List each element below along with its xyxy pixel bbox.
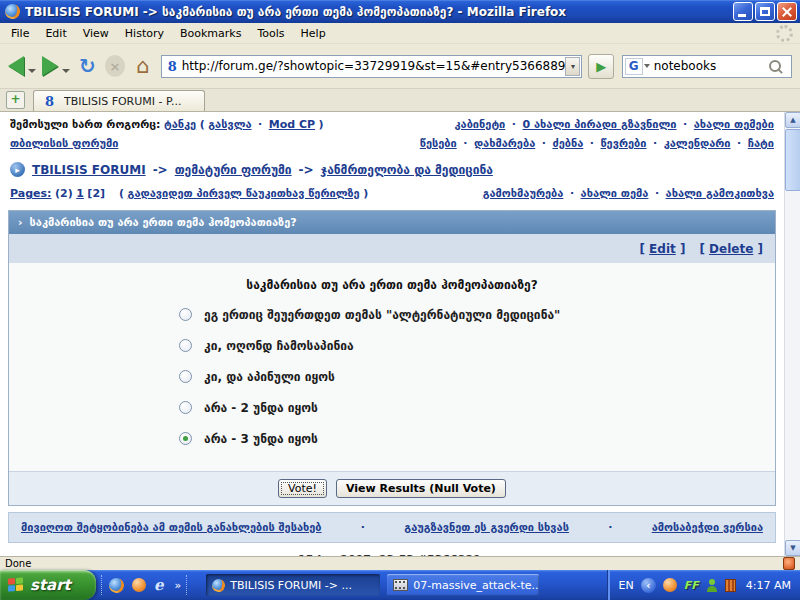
- tray-collapse-icon[interactable]: ‹: [641, 578, 656, 593]
- go-button[interactable]: ▶: [588, 54, 613, 79]
- new-poll-link[interactable]: ახალი გამოკითხვა: [666, 187, 774, 200]
- site-home-link[interactable]: თბილისის ფორუმი: [10, 137, 118, 150]
- language-indicator[interactable]: EN: [619, 579, 634, 592]
- dictionary-book-icon[interactable]: [725, 579, 736, 592]
- menu-edit[interactable]: Edit: [37, 25, 74, 42]
- tab-active[interactable]: 8 TBILISIS FORUMI - P...: [33, 90, 205, 111]
- menu-bookmarks[interactable]: Bookmarks: [172, 25, 249, 42]
- radio-button[interactable]: [179, 339, 192, 352]
- url-bar[interactable]: 8 http://forum.ge/?showtopic=33729919&st…: [161, 55, 583, 78]
- internet-explorer-icon[interactable]: e: [154, 578, 164, 593]
- new-pm-link[interactable]: 0 ახალი პირადი გზავნილი: [522, 118, 676, 131]
- home-icon[interactable]: ⌂: [136, 56, 149, 77]
- firefox-quicklaunch-icon[interactable]: [109, 578, 124, 593]
- menu-help[interactable]: Help: [293, 25, 334, 42]
- close-button[interactable]: [777, 2, 797, 21]
- poll-option[interactable]: კი, ოღონდ ჩამოსაპინია: [179, 337, 775, 354]
- breadcrumb-subforum[interactable]: ჯანმრთელობა და მედიცინა: [321, 163, 493, 177]
- search-input[interactable]: notebooks: [654, 59, 769, 73]
- url-history-dropdown[interactable]: ▾: [565, 57, 580, 76]
- help-link[interactable]: დახმარება: [474, 137, 535, 150]
- forward-dropdown-icon[interactable]: [62, 69, 70, 73]
- google-logo-icon[interactable]: G: [625, 58, 643, 75]
- start-button[interactable]: start: [0, 570, 96, 600]
- forum-header-row1: შემოსული ხართ როგორც: ტანკე ( გასვლა · M…: [0, 112, 784, 131]
- logout-link[interactable]: გასვლა: [208, 118, 251, 131]
- scrollbar-thumb[interactable]: [785, 129, 800, 191]
- search-link[interactable]: ძებნა: [552, 137, 583, 150]
- scroll-up-icon[interactable]: ▲: [785, 112, 800, 128]
- back-dropdown-icon[interactable]: [28, 69, 36, 73]
- poll-option[interactable]: კი, და აპინული იყოს: [179, 368, 775, 385]
- menu-file[interactable]: File: [3, 25, 37, 42]
- page-2-current: [2]: [87, 187, 105, 200]
- menu-tools[interactable]: Tools: [249, 25, 292, 42]
- menu-view[interactable]: View: [75, 25, 117, 42]
- status-bar: Done: [0, 556, 800, 570]
- poll-option[interactable]: ეგ ერთიც შეუერთდეთ თემას "ალტერნატიული მ…: [179, 306, 775, 323]
- radio-button[interactable]: [179, 370, 192, 383]
- breadcrumb: ▸ TBILISIS FORUMI -> თემატური ფორუმი -> …: [0, 150, 784, 177]
- separator: ·: [587, 137, 597, 150]
- modcp-link[interactable]: Mod CP: [269, 118, 315, 131]
- poll-option-label[interactable]: არა - 2 უნდა იყოს: [204, 401, 318, 415]
- messenger-person-icon[interactable]: [706, 579, 718, 592]
- cabinet-link[interactable]: კაბინეტი: [454, 118, 505, 131]
- title-bar[interactable]: TBILISIS FORUMI -> საკმარისია თუ არა ერთ…: [0, 0, 800, 23]
- vote-button[interactable]: Vote!: [278, 479, 327, 498]
- new-topic-link[interactable]: ახალი თემა: [581, 187, 649, 200]
- menu-history[interactable]: History: [117, 25, 172, 42]
- rules-link[interactable]: წესები: [420, 137, 457, 150]
- edit-link[interactable]: Edit: [649, 242, 676, 256]
- quicklaunch-overflow-icon[interactable]: »: [175, 579, 182, 592]
- forum-header-row2: თბილისის ფორუმი წესები · დახმარება · ძებ…: [0, 131, 784, 150]
- taskbar-task-media[interactable]: 07-massive_attack-te...: [387, 574, 539, 596]
- separator: ·: [358, 521, 368, 534]
- restore-button[interactable]: [755, 2, 775, 21]
- scroll-down-icon[interactable]: ▼: [785, 540, 800, 556]
- minimize-button[interactable]: [733, 2, 753, 21]
- system-tray: EN ‹ FF 4:17 AM: [607, 570, 800, 600]
- calendar-link[interactable]: კალენდარი: [664, 137, 731, 150]
- vertical-scrollbar[interactable]: ▲ ▼: [784, 112, 800, 556]
- delete-link[interactable]: Delete: [709, 242, 753, 256]
- radio-button-selected[interactable]: [179, 432, 192, 445]
- extension-status-icon[interactable]: [783, 557, 795, 570]
- poll-option-selected[interactable]: არა - 3 უნდა იყოს: [179, 430, 775, 447]
- view-results-button[interactable]: View Results (Null Vote): [336, 479, 506, 498]
- poll-option-label[interactable]: კი, და აპინული იყოს: [204, 370, 335, 384]
- chat-link[interactable]: ჩატი: [748, 137, 774, 150]
- radio-button[interactable]: [179, 308, 192, 321]
- separator: ·: [567, 187, 577, 200]
- send-page-link[interactable]: გაუგზავნეთ ეს გვერდი სხვას: [404, 521, 569, 534]
- taskbar-task-firefox[interactable]: TBILISIS FORUMI -> ...: [206, 574, 380, 596]
- search-engine-dropdown-icon[interactable]: [644, 64, 650, 68]
- track-topic-link[interactable]: მივიღოთ შეტყობინება ამ თემის განახლების …: [21, 521, 322, 534]
- reload-icon[interactable]: ↻: [79, 56, 96, 76]
- breadcrumb-forum-root[interactable]: TBILISIS FORUMI: [32, 163, 146, 177]
- breadcrumb-category[interactable]: თემატური ფორუმი: [175, 163, 292, 177]
- pages-label[interactable]: Pages:: [10, 187, 51, 200]
- reply-link[interactable]: გამოხმაურება: [483, 187, 564, 200]
- printable-version-link[interactable]: ამოსაბეჭდი ვერსია: [652, 521, 763, 534]
- goto-unread-link[interactable]: გადავიდეთ პირველ წაუკითხავ წერილზე: [128, 187, 360, 200]
- search-box[interactable]: G notebooks: [622, 55, 792, 78]
- url-text[interactable]: http://forum.ge/?showtopic=33729919&st=1…: [182, 59, 566, 73]
- tray-orange-icon[interactable]: [663, 578, 677, 592]
- search-icon[interactable]: [769, 60, 781, 72]
- username-link[interactable]: ტანკე: [164, 118, 196, 131]
- page-1-link[interactable]: 1: [76, 187, 84, 200]
- members-link[interactable]: წევრები: [601, 137, 647, 150]
- tray-ff-icon[interactable]: FF: [684, 579, 699, 592]
- forward-icon[interactable]: [42, 56, 58, 76]
- new-topics-link[interactable]: ახალი თემები: [694, 118, 774, 131]
- poll-option-label[interactable]: არა - 3 უნდა იყოს: [204, 432, 318, 446]
- orange-app-icon[interactable]: [132, 578, 146, 592]
- back-icon[interactable]: [8, 56, 24, 76]
- quick-launch: e »: [109, 578, 181, 593]
- poll-option[interactable]: არა - 2 უნდა იყოს: [179, 399, 775, 416]
- poll-option-label[interactable]: კი, ოღონდ ჩამოსაპინია: [204, 339, 354, 353]
- tab-list-icon[interactable]: +: [6, 91, 25, 109]
- radio-button[interactable]: [179, 401, 192, 414]
- poll-option-label[interactable]: ეგ ერთიც შეუერთდეთ თემას "ალტერნატიული მ…: [204, 308, 560, 322]
